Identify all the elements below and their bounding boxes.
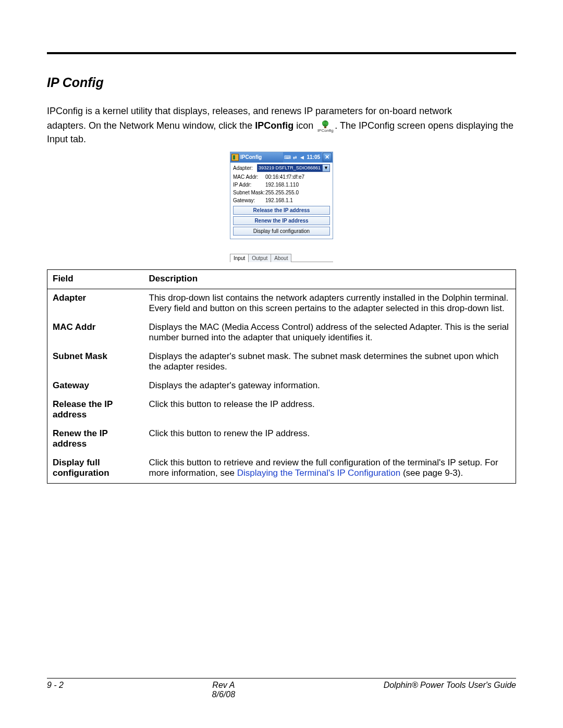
top-rule [47, 52, 516, 54]
keyboard-icon[interactable]: ⌨ [285, 154, 290, 160]
footer-revision: Rev A [212, 681, 235, 689]
subnet-value: 255.255.255.0 [265, 190, 299, 195]
table-row: MAC Addr Displays the MAC (Media Access … [47, 318, 516, 348]
ipconfig-window-screenshot: IPConfig ⌨ ⇄ ◀ 11:05 ✕ Adapter: 393219 D… [230, 152, 333, 262]
para2-a: adapters. On the Network Menu window, cl… [47, 120, 255, 131]
adapter-dropdown[interactable]: 393219 DSFLTR_SDIO86861 ▼ [257, 164, 330, 172]
ip-value: 192.168.1.110 [265, 182, 299, 188]
renew-ip-button[interactable]: Renew the IP address [233, 216, 330, 225]
dropdown-arrow-icon: ▼ [322, 165, 329, 171]
ipconfig-icon: IPConfig [316, 120, 335, 133]
app-icon [231, 154, 239, 161]
svg-point-2 [322, 121, 325, 125]
field-description-table: Field Description Adapter This drop-down… [47, 269, 516, 484]
release-ip-button[interactable]: Release the IP address [233, 206, 330, 215]
mac-label: MAC Addr: [233, 174, 265, 180]
cell-field: Display full configuration [47, 454, 144, 484]
ip-label: IP Addr: [233, 182, 265, 188]
intro-para-2: adapters. On the Network Menu window, cl… [47, 119, 516, 145]
mac-value: 00:16:41:f7:df:e7 [265, 174, 304, 180]
table-row: Display full configuration Click this bu… [47, 454, 516, 484]
cell-desc: Click this button to renew the IP addres… [144, 425, 516, 454]
subnet-label: Subnet Mask: [233, 190, 265, 195]
cell-desc: Displays the MAC (Media Access Control) … [144, 318, 516, 348]
gateway-value: 192.168.1.1 [265, 198, 293, 203]
close-button[interactable]: ✕ [323, 153, 332, 162]
tab-about[interactable]: About [271, 254, 291, 262]
table-row: Subnet Mask Displays the adapter's subne… [47, 348, 516, 377]
tab-output[interactable]: Output [248, 254, 271, 262]
cell-field: Adapter [47, 289, 144, 318]
network-icon[interactable]: ⇄ [292, 154, 298, 160]
display-full-config-button[interactable]: Display full configuration [233, 227, 330, 236]
table-row: Adapter This drop-down list contains the… [47, 289, 516, 318]
window: IPConfig ⌨ ⇄ ◀ 11:05 ✕ Adapter: 393219 D… [230, 152, 333, 239]
cell-desc: Displays the adapter's gateway informati… [144, 377, 516, 396]
cell-field: MAC Addr [47, 318, 144, 348]
window-title: IPConfig [240, 154, 262, 160]
cell-field: Subnet Mask [47, 348, 144, 377]
para2-bold: IPConfig [255, 120, 293, 131]
window-titlebar: IPConfig ⌨ ⇄ ◀ 11:05 ✕ [230, 152, 333, 163]
cell-desc: Click this button to retrieve and review… [144, 454, 516, 484]
system-tray: ⌨ ⇄ ◀ 11:05 [283, 152, 322, 163]
clock: 11:05 [307, 154, 320, 160]
footer-page-number: 9 - 2 [47, 681, 64, 690]
th-field: Field [47, 269, 144, 289]
adapter-label: Adapter: [233, 165, 257, 171]
gateway-row: Gateway: 192.168.1.1 [230, 196, 333, 204]
ip-row: IP Addr: 192.168.1.110 [230, 180, 333, 188]
table-row: Gateway Displays the adapter's gateway i… [47, 377, 516, 396]
cross-reference-link[interactable]: Displaying the Terminal's IP Configurati… [237, 468, 401, 478]
table-row: Release the IP address Click this button… [47, 396, 516, 425]
adapter-value: 393219 DSFLTR_SDIO86861 [258, 165, 322, 170]
cell-desc: Displays the adapter's subnet mask. The … [144, 348, 516, 377]
volume-icon[interactable]: ◀ [299, 154, 305, 160]
cell-field: Release the IP address [47, 396, 144, 425]
mac-row: MAC Addr: 00:16:41:f7:df:e7 [230, 172, 333, 180]
desc-post: (see page 9-3). [400, 468, 463, 478]
window-tabs: Input Output About [230, 254, 333, 262]
section-heading: IP Config [47, 75, 516, 90]
intro-para-1: IPConfig is a kernel utility that displa… [47, 105, 516, 117]
footer-date: 8/6/08 [212, 690, 235, 699]
tab-input[interactable]: Input [230, 254, 249, 262]
cell-field: Gateway [47, 377, 144, 396]
th-description: Description [144, 269, 516, 289]
adapter-row: Adapter: 393219 DSFLTR_SDIO86861 ▼ [230, 163, 333, 172]
cell-field: Renew the IP address [47, 425, 144, 454]
subnet-row: Subnet Mask: 255.255.255.0 [230, 188, 333, 196]
footer-guide-title: Dolphin® Power Tools User's Guide [384, 681, 516, 690]
cell-desc: Click this button to release the IP addr… [144, 396, 516, 425]
ipconfig-icon-caption: IPConfig [316, 129, 335, 133]
page-footer: 9 - 2 Rev A 8/6/08 Dolphin® Power Tools … [47, 678, 516, 699]
table-row: Renew the IP address Click this button t… [47, 425, 516, 454]
cell-desc: This drop-down list contains the network… [144, 289, 516, 318]
svg-point-3 [325, 122, 328, 125]
gateway-label: Gateway: [233, 198, 265, 203]
para2-c: icon [293, 120, 316, 131]
